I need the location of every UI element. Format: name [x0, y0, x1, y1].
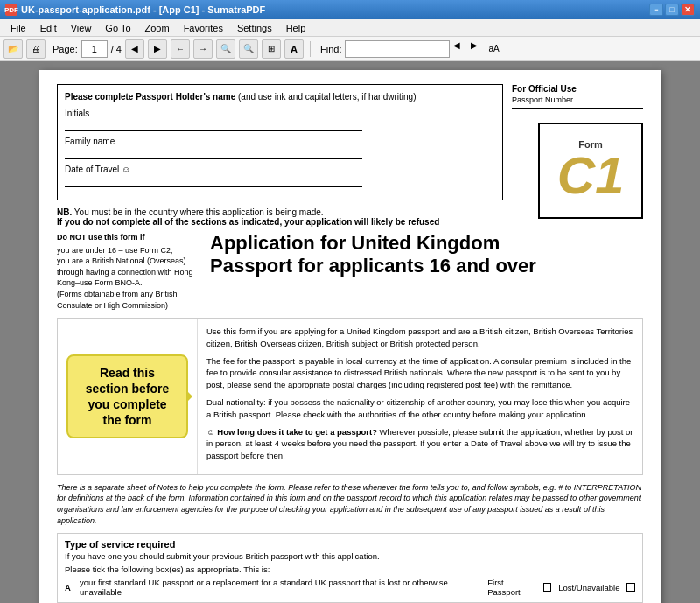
official-use-section: For Official Use Passport Number: [512, 84, 643, 109]
info-section: Read this section before you complete th…: [57, 318, 643, 475]
initials-label: Initials: [65, 109, 495, 118]
big-title: Application for United Kingdom Passport …: [210, 232, 643, 311]
info-para4: ☺ How long does it take to get a passpor…: [206, 426, 634, 462]
service-subtitle: If you have one you should submit your p…: [65, 551, 635, 561]
nb-section: NB. You must be in the country where thi…: [57, 207, 503, 227]
toolbar: 📂 🖨 Page: / 4 ◀ ▶ ← → 🔍 🔍 ⊞ A Find: ◀ ▶ …: [0, 37, 700, 61]
passport-number-line: [512, 108, 643, 109]
service-title: Type of service required: [65, 539, 635, 550]
document-area[interactable]: For Official Use Passport Number Form C1…: [0, 61, 700, 603]
menu-favorites[interactable]: Favorites: [177, 21, 230, 35]
menu-file[interactable]: File: [4, 21, 33, 35]
page-total: / 4: [111, 44, 122, 54]
top-form-box: Please complete Passport Holder's name (…: [57, 84, 503, 200]
nb-text1: You must be in the country where this ap…: [74, 207, 324, 217]
passport-row-letter: A: [65, 583, 71, 592]
separator: [310, 41, 311, 57]
find-next-button[interactable]: ▶: [471, 40, 485, 58]
initials-field: Initials: [65, 109, 495, 131]
page-label: Page:: [52, 44, 78, 54]
minimize-button[interactable]: −: [649, 4, 663, 16]
find-options-button[interactable]: aA: [488, 44, 499, 53]
back-button[interactable]: ←: [171, 39, 190, 59]
service-section: Type of service required If you have one…: [57, 533, 643, 603]
forward-button[interactable]: →: [193, 39, 213, 59]
bottom-info: There is a separate sheet of Notes to he…: [57, 482, 643, 526]
family-name-field: Family name: [65, 137, 495, 159]
menu-edit[interactable]: Edit: [33, 21, 64, 35]
passport-row: A your first standard UK passport or a r…: [65, 578, 635, 597]
open-button[interactable]: 📂: [4, 39, 23, 59]
callout-text: Read this section before you complete th…: [86, 366, 170, 428]
page-input[interactable]: [81, 40, 108, 58]
passport-row-text: your first standard UK passport or a rep…: [80, 578, 482, 597]
info-para1: Use this form if you are applying for a …: [206, 326, 634, 350]
info-text: Use this form if you are applying for a …: [198, 319, 642, 474]
lost-label: Lost/Unavailable: [558, 583, 620, 592]
initials-line: [65, 119, 362, 131]
form-code: C1: [557, 150, 625, 202]
close-button[interactable]: ✕: [681, 4, 695, 16]
find-prev-button[interactable]: ◀: [453, 40, 467, 58]
prev-page-button[interactable]: ◀: [125, 39, 144, 59]
zoom-in-button[interactable]: 🔍: [239, 39, 258, 59]
callout-area: Read this section before you complete th…: [58, 319, 198, 474]
passport-number-label: Passport Number: [512, 95, 643, 104]
window-controls: − □ ✕: [649, 4, 695, 16]
maximize-button[interactable]: □: [665, 4, 679, 16]
info-para3: Dual nationality: if you possess the nat…: [206, 396, 634, 421]
bottom-text: There is a separate sheet of Notes to he…: [57, 483, 641, 525]
travel-date-field: Date of Travel ☺: [65, 165, 495, 187]
menu-goto[interactable]: Go To: [98, 21, 137, 35]
find-input[interactable]: [345, 40, 450, 58]
complete-instruction: Please complete Passport Holder's name (…: [65, 92, 495, 102]
info-para2: The fee for the passport is payable in l…: [206, 355, 634, 391]
find-label: Find:: [320, 44, 341, 54]
donot-title-row: Do NOT use this form if you are under 16…: [57, 232, 643, 311]
form-c1-logo: Form C1: [538, 123, 643, 219]
reflow-button[interactable]: A: [284, 39, 304, 59]
passport-options: First Passport Lost/Unavailable: [487, 578, 635, 597]
big-title-text: Application for United Kingdom Passport …: [210, 232, 643, 278]
family-name-label: Family name: [65, 137, 495, 146]
donot-box: Do NOT use this form if you are under 16…: [57, 232, 201, 311]
menu-zoom[interactable]: Zoom: [138, 21, 177, 35]
window-title: UK-passport-application.pdf - [App C1] -…: [21, 4, 265, 15]
menu-view[interactable]: View: [64, 21, 99, 35]
info-para4-bold: How long does it take to get a passport?: [217, 427, 377, 437]
lost-checkbox[interactable]: [626, 583, 635, 592]
official-use-title: For Official Use: [512, 84, 643, 94]
fit-button[interactable]: ⊞: [262, 39, 281, 59]
first-passport-checkbox[interactable]: [543, 583, 552, 592]
travel-date-label: Date of Travel ☺: [65, 165, 495, 174]
next-page-button[interactable]: ▶: [148, 39, 167, 59]
main-area: For Official Use Passport Number Form C1…: [0, 61, 700, 603]
title-bar: PDF UK-passport-application.pdf - [App C…: [0, 0, 700, 19]
donot-text: you are under 16 – use Form C2;you are a…: [57, 245, 201, 312]
nb-text2: If you do not complete all of the sectio…: [57, 217, 439, 227]
family-name-line: [65, 147, 362, 159]
menu-help[interactable]: Help: [279, 21, 313, 35]
nb-label: NB.: [57, 207, 72, 217]
donot-title: Do NOT use this form if: [57, 232, 201, 243]
travel-date-line: [65, 175, 362, 187]
callout-shape: Read this section before you complete th…: [66, 354, 188, 439]
first-passport-label: First Passport: [487, 578, 536, 597]
service-question: Please tick the following box(es) as app…: [65, 564, 635, 574]
pdf-page: For Official Use Passport Number Form C1…: [39, 70, 661, 603]
menu-bar: File Edit View Go To Zoom Favorites Sett…: [0, 19, 700, 37]
menu-settings[interactable]: Settings: [230, 21, 279, 35]
app-icon: PDF: [5, 4, 18, 16]
print-button[interactable]: 🖨: [26, 39, 46, 59]
zoom-out-button[interactable]: 🔍: [216, 39, 235, 59]
